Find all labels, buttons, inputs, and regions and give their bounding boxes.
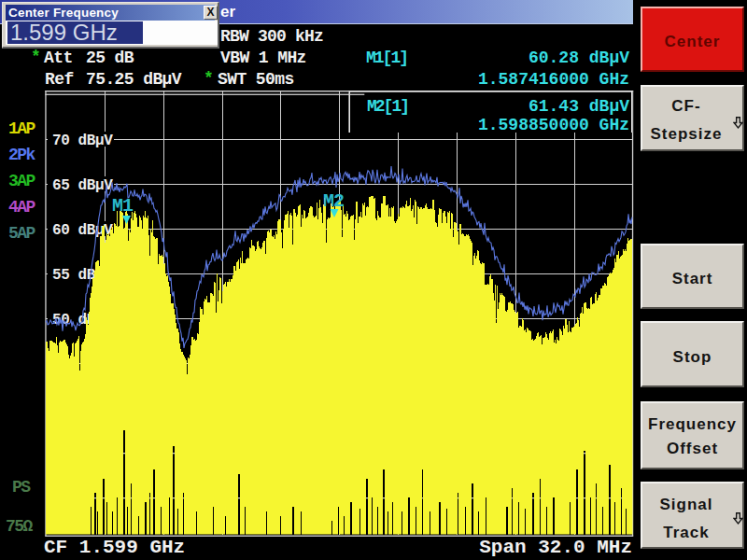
svg-text:M2: M2: [323, 190, 344, 212]
svg-text:70 dBµV: 70 dBµV: [52, 133, 113, 149]
svg-text:M2[1]: M2[1]: [367, 97, 408, 116]
svg-text:1.598850000 GHz: 1.598850000 GHz: [478, 116, 629, 134]
svg-text:65 dBµV: 65 dBµV: [52, 177, 113, 194]
svg-text:61.43 dBµV: 61.43 dBµV: [529, 97, 629, 116]
svg-text:M1: M1: [112, 195, 134, 217]
